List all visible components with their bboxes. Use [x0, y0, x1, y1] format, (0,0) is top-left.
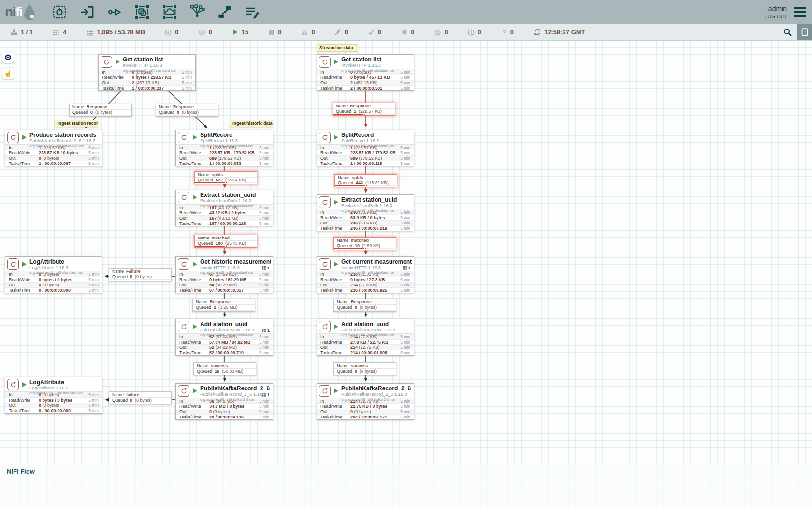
processor-bundle: org.apache.nifi - nifi-standard-nar [200, 204, 256, 208]
toolbar-funnel-icon[interactable] [188, 3, 206, 21]
processor-node[interactable]: Get station list InvokeHTTP 1.16.3 org.a… [317, 54, 414, 91]
processor-node[interactable]: PublishKafkaRecord_2_6 PublishKafkaRecor… [317, 383, 414, 420]
processor-stat-row: Tasks/Time 214 / 00:00:01.098 5 min [317, 350, 414, 355]
toolbar-process-group-icon[interactable] [133, 3, 151, 21]
settings-panel-button[interactable] [798, 24, 812, 40]
processor-node[interactable]: LogAttribute LogAttribute 1.16.3 org.apa… [5, 256, 102, 293]
connection-label[interactable]: Name Response Queued 1 (228.57 KB) [333, 103, 395, 116]
processor-node[interactable]: Get historic measurements InvokeHTTP 1.1… [175, 256, 273, 293]
object-threshold-bar [195, 182, 225, 183]
connection-label[interactable]: Name success Queued 16 (50.03 MB) [193, 362, 256, 375]
stat-window: 5 min [400, 75, 410, 80]
connection-queued-count: 0 [355, 369, 357, 374]
object-threshold-bar [193, 310, 223, 311]
search-button[interactable] [778, 24, 798, 40]
stat-label: Read/Write [179, 340, 209, 344]
stat-label: Tasks/Time [179, 161, 209, 166]
connection-label[interactable]: Name Response Queued 0 (0 bytes) [334, 299, 396, 312]
toolbar-remote-process-group-icon[interactable] [160, 3, 179, 21]
processor-node[interactable]: Get current measurement InvokeHTTP 1.16.… [317, 256, 414, 293]
running-status-icon [193, 262, 197, 267]
processor-node[interactable]: Add station_uuid JoltTransformJSON 1.16.… [175, 319, 273, 356]
processor-name: PublishKafkaRecord_2_6 [200, 386, 270, 392]
connection-queued-count: 2 [214, 305, 216, 310]
processor-name: Get station list [123, 57, 176, 63]
threads-grid-icon [262, 393, 266, 397]
connection-queued-key: Queued [198, 241, 213, 246]
processor-stat-row: Out 689 (179.52 KB) 5 min [176, 155, 273, 161]
processor-stat-row: Out 2 (457.13 KB) 5 min [99, 80, 195, 85]
processor-header: Get historic measurements InvokeHTTP 1.1… [176, 257, 273, 271]
stat-label: Out [179, 283, 209, 287]
arrow-up-circle-icon [434, 29, 441, 36]
connection-label[interactable]: Name splits Queued 522 (136.4 KB) [194, 171, 257, 184]
connection-name-key: Name [197, 363, 208, 368]
connection-queued-row: Queued 16 (50.03 MB) [194, 368, 256, 374]
connection-label[interactable]: Name Response Queued 0 (0 bytes) [69, 104, 132, 117]
stat-window: 5 min [259, 334, 269, 339]
processor-node[interactable]: Get station list InvokeHTTP 1.16.3 org.a… [98, 54, 196, 91]
processor-node[interactable]: LogAttribute LogAttribute 1.16.3 org.apa… [5, 377, 102, 414]
processor-node[interactable]: Add station_uuid JoltTransformJSON 1.16.… [317, 319, 414, 356]
stat-window: 5 min [88, 161, 99, 166]
connection-name-key: Name [337, 299, 348, 304]
stat-value: 689 (179.52 KB) [350, 156, 400, 161]
connection-label[interactable]: Name splits Queued 443 (115.62 KB) [334, 174, 397, 187]
processor-stat-row: Out 167 (43.12 KB) 5 min [176, 215, 273, 221]
processor-stat-row: Read/Write 57.04 MB / 84.82 MB 5 min [176, 339, 273, 344]
stat-window: 5 min [259, 216, 269, 221]
processor-node[interactable]: Extract station_uuid EvaluateJsonPath 1.… [175, 190, 273, 226]
global-menu-button[interactable] [794, 7, 806, 17]
breadcrumb[interactable]: NiFi Flow [7, 468, 35, 475]
canvas-label[interactable]: Ingest station records [55, 120, 98, 127]
flow-canvas[interactable]: ☝ NiFi Flow Get station list InvokeHTTP … [0, 41, 812, 508]
connection-label[interactable]: Name failure Queued 0 (0 bytes) [109, 391, 172, 404]
stat-label: Tasks/Time [320, 415, 350, 419]
processor-node[interactable]: Produce station records PublishKafkaReco… [5, 130, 102, 166]
backpressure-bars [194, 374, 256, 375]
size-threshold-bar [365, 248, 395, 249]
connection-name-key: Name [337, 238, 348, 243]
processor-type: LogAttribute 1.16.3 [29, 265, 83, 270]
connection-label[interactable]: Name matched Queued 10 (2.59 KB) [334, 237, 396, 250]
processor-icon [319, 56, 331, 68]
logout-link[interactable]: LOG OUT [765, 14, 787, 19]
toolbar-template-icon[interactable] [216, 3, 234, 21]
stat-label: Tasks/Time [179, 350, 209, 355]
connection-label[interactable]: Name matched Queued 100 (25.43 KB) [194, 235, 257, 248]
connection-relationship: splits [212, 172, 223, 177]
canvas-label[interactable]: Stream live-data [317, 44, 358, 52]
connection-name-row: Name Response [193, 299, 255, 304]
connection-name-row: Name Response [70, 104, 131, 109]
processor-node[interactable]: Extract station_uuid EvaluateJsonPath 1.… [317, 194, 414, 231]
connection-label[interactable]: Name success Queued 0 (0 bytes) [334, 362, 396, 375]
connection-label[interactable]: Name Response Queued 2 (3.25 MB) [192, 299, 255, 312]
toolbar-processor-icon[interactable] [50, 3, 69, 21]
connection-name-row: Name Response [333, 103, 395, 108]
clustered-nodes-status: 1 / 1 [11, 29, 33, 36]
connection-queued-row: Queued 0 (0 bytes) [109, 397, 171, 403]
connection-name-row: Name Response [156, 104, 218, 109]
connection-label[interactable]: Name Failure Queued 0 (0 bytes) [109, 268, 172, 281]
canvas-label[interactable]: Ingest historic data [230, 120, 273, 127]
overlay-hand-button[interactable]: ☝ [2, 68, 14, 79]
connection-label[interactable]: Name Response Queued 0 (0 bytes) [156, 104, 218, 117]
processor-stat-row: Tasks/Time 1 / 00:00:00.118 5 min [317, 161, 414, 166]
processor-stat-row: Tasks/Time 67 / 00:00:30.317 5 min [176, 287, 273, 293]
stat-value: 167 (43.12 KB) [209, 216, 259, 221]
toolbar-label-icon[interactable] [243, 3, 261, 21]
stopped-status: 0 [268, 29, 281, 36]
toolbar-input-port-icon[interactable] [78, 3, 96, 21]
refresh-icon[interactable] [534, 29, 541, 36]
processor-node[interactable]: SplitRecord SplitRecord 1.16.3 org.apach… [175, 130, 273, 166]
processor-icon [7, 258, 19, 270]
processor-stat-row: Read/Write 43.12 KB / 0 bytes 5 min [176, 210, 273, 215]
processor-type: InvokeHTTP 1.16.3 [341, 265, 412, 270]
overlay-target-button[interactable] [2, 52, 14, 63]
toolbar-output-port-icon[interactable] [105, 3, 124, 21]
processor-node[interactable]: PublishKafkaRecord_2_6 PublishKafkaRecor… [175, 383, 273, 420]
running-status-icon [334, 135, 338, 140]
processor-node[interactable]: SplitRecord SplitRecord 1.16.3 org.apach… [317, 130, 414, 166]
connection-queued-row: Queued 100 (25.43 KB) [195, 240, 257, 246]
stat-label: Out [9, 403, 39, 408]
